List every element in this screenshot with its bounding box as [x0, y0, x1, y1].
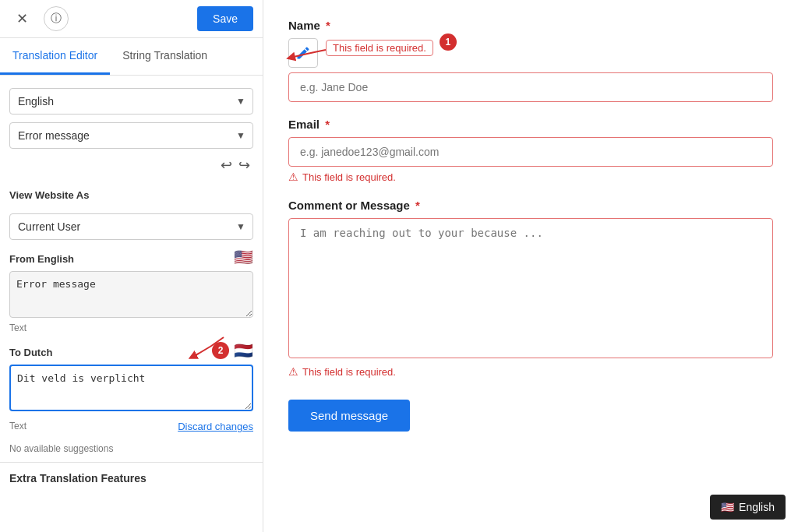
view-as-section: View Website As Current User Guest Admin…: [0, 186, 263, 248]
view-as-select-wrapper: Current User Guest Admin ▼: [9, 213, 253, 240]
annotation-callout-1: This field is required.: [326, 40, 433, 56]
comment-required-star: *: [412, 199, 420, 212]
pencil-icon: [295, 45, 311, 61]
lang-label: English: [739, 501, 775, 513]
from-section: From English 🇺🇸 Error message Text: [0, 248, 263, 341]
send-message-button[interactable]: Send message: [288, 400, 410, 432]
to-label: To Dutch: [9, 347, 52, 358]
save-button[interactable]: Save: [197, 6, 253, 31]
email-required-star: *: [322, 118, 330, 131]
suggestions-label: No available suggestions: [0, 443, 263, 454]
comment-error-icon: ⚠: [288, 365, 298, 378]
right-panel: Name * This field is required.: [263, 0, 798, 532]
edit-icon-box[interactable]: [288, 38, 318, 68]
name-required-star: *: [323, 19, 330, 32]
to-flag: 🇳🇱: [234, 341, 253, 360]
name-input-annotation: This field is required. 1: [288, 38, 773, 102]
name-field-group: Name * This field is required.: [288, 19, 773, 102]
error-msg-select-wrapper: Error message Warning message Success me…: [9, 122, 253, 149]
discard-changes-link[interactable]: Discard changes: [178, 421, 253, 432]
email-error-icon: ⚠: [288, 171, 298, 183]
info-button[interactable]: ⓘ: [44, 6, 69, 31]
to-header: To Dutch 2 🇳🇱: [9, 341, 253, 360]
from-header: From English 🇺🇸: [9, 248, 253, 266]
view-as-select[interactable]: Current User Guest Admin: [9, 213, 253, 240]
email-field-group: Email * ⚠ This field is required.: [288, 118, 773, 183]
language-select[interactable]: English Dutch French Spanish: [9, 88, 253, 115]
comment-textarea[interactable]: [288, 218, 773, 358]
left-panel: ✕ ⓘ Save Translation Editor String Trans…: [0, 0, 263, 532]
panel-body: English Dutch French Spanish ▼ Error mes…: [0, 76, 263, 186]
email-error: ⚠ This field is required.: [288, 171, 773, 183]
language-button[interactable]: 🇺🇸 English: [710, 495, 786, 520]
view-as-label: View Website As: [9, 189, 253, 201]
to-section: To Dutch 2 🇳🇱 Dit veld is verplicht Text…: [0, 341, 263, 440]
comment-label: Comment or Message *: [288, 199, 773, 212]
lang-flag: 🇺🇸: [721, 501, 734, 513]
undo-button[interactable]: ↩: [221, 157, 232, 174]
to-textarea[interactable]: Dit veld is verplicht: [9, 365, 253, 411]
from-textarea[interactable]: Error message: [9, 271, 253, 318]
to-type-label: Text: [9, 421, 26, 432]
name-input[interactable]: [288, 72, 773, 102]
tab-translation-editor[interactable]: Translation Editor: [0, 38, 110, 75]
from-label: From English: [9, 253, 74, 265]
comment-error: ⚠ This field is required.: [288, 365, 773, 378]
tab-string-translation[interactable]: String Translation: [110, 38, 220, 75]
name-label: Name *: [288, 19, 773, 32]
language-select-wrapper: English Dutch French Spanish ▼: [9, 88, 253, 115]
from-type-label: Text: [9, 322, 253, 333]
extra-features-label: Extra Translation Features: [0, 462, 263, 494]
error-msg-select[interactable]: Error message Warning message Success me…: [9, 122, 253, 149]
undo-redo-bar: ↩ ↪: [9, 157, 253, 174]
email-label: Email *: [288, 118, 773, 131]
tabs-bar: Translation Editor String Translation: [0, 38, 263, 76]
email-input[interactable]: [288, 137, 773, 167]
comment-field-group: Comment or Message * ⚠ This field is req…: [288, 199, 773, 378]
from-flag: 🇺🇸: [234, 248, 253, 266]
close-button[interactable]: ✕: [9, 6, 34, 31]
redo-button[interactable]: ↪: [238, 157, 250, 174]
top-bar: ✕ ⓘ Save: [0, 0, 263, 38]
annotation-badge-1: 1: [440, 33, 457, 51]
annotation-badge-2: 2: [212, 342, 229, 359]
